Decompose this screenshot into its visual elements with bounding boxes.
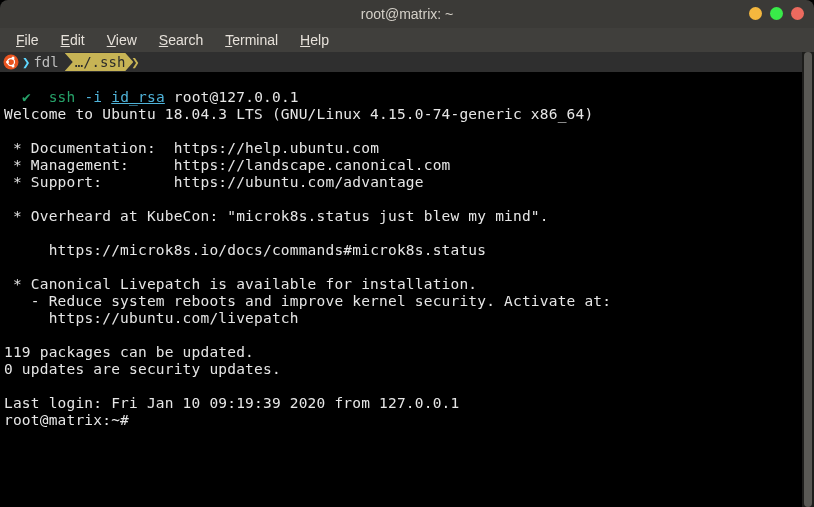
microk8s-url: https://microk8s.io/docs/commands#microk… — [49, 242, 487, 258]
maximize-button[interactable] — [770, 7, 783, 20]
menubar: File Edit View Search Terminal Help — [0, 28, 814, 52]
shell-prompt[interactable]: root@matrix:~# — [4, 412, 129, 428]
ssh-cmd: ssh — [49, 89, 76, 105]
ssh-command-line: ✔ ssh -i id_rsa root@127.0.0.1 — [4, 89, 299, 105]
check-icon: ✔ — [22, 89, 31, 105]
motd-microk8s-line: https://microk8s.io/docs/commands#microk… — [4, 242, 486, 258]
menu-view[interactable]: View — [97, 30, 147, 50]
ssh-keyfile: id_rsa — [111, 89, 165, 105]
menu-edit[interactable]: Edit — [51, 30, 95, 50]
motd-livepatch-desc: - Reduce system reboots and improve kern… — [4, 293, 611, 309]
prompt-arrow-icon: ❯ — [22, 54, 30, 70]
scrollbar-thumb[interactable] — [804, 52, 812, 507]
close-button[interactable] — [791, 7, 804, 20]
prompt-path-chip: …/.ssh — [65, 53, 134, 71]
doc-url: https://help.ubuntu.com — [174, 140, 379, 156]
motd-doc-line: * Documentation: https://help.ubuntu.com — [4, 140, 379, 156]
ssh-flag: -i — [84, 89, 102, 105]
motd-support-line: * Support: https://ubuntu.com/advantage — [4, 174, 424, 190]
menu-terminal[interactable]: Terminal — [215, 30, 288, 50]
motd-pkg-updates: 119 packages can be updated. — [4, 344, 254, 360]
motd-kubecon: * Overheard at KubeCon: "microk8s.status… — [4, 208, 549, 224]
mgmt-url: https://landscape.canonical.com — [174, 157, 451, 173]
menu-help[interactable]: Help — [290, 30, 339, 50]
motd-welcome: Welcome to Ubuntu 18.04.3 LTS (GNU/Linux… — [4, 106, 593, 122]
minimize-button[interactable] — [749, 7, 762, 20]
prompt-line: ❯ fdl …/.ssh ❯ — [0, 52, 814, 72]
livepatch-url: https://ubuntu.com/livepatch — [49, 310, 299, 326]
motd-livepatch-url-line: https://ubuntu.com/livepatch — [4, 310, 299, 326]
terminal-output[interactable]: ✔ ssh -i id_rsa root@127.0.0.1 Welcome t… — [0, 72, 814, 446]
motd-sec-updates: 0 updates are security updates. — [4, 361, 281, 377]
prompt-command: fdl — [33, 54, 58, 70]
motd-livepatch-title: * Canonical Livepatch is available for i… — [4, 276, 477, 292]
support-url: https://ubuntu.com/advantage — [174, 174, 424, 190]
window-controls — [749, 7, 804, 20]
terminal-window: root@matrix: ~ File Edit View Search Ter… — [0, 0, 814, 507]
titlebar[interactable]: root@matrix: ~ — [0, 0, 814, 28]
menu-search[interactable]: Search — [149, 30, 213, 50]
window-title: root@matrix: ~ — [361, 6, 453, 22]
ssh-target: root@127.0.0.1 — [174, 89, 299, 105]
scrollbar[interactable] — [802, 52, 814, 507]
motd-last-login: Last login: Fri Jan 10 09:19:39 2020 fro… — [4, 395, 459, 411]
svg-point-0 — [4, 55, 19, 70]
ubuntu-logo-icon — [2, 53, 20, 71]
motd-mgmt-line: * Management: https://landscape.canonica… — [4, 157, 451, 173]
menu-file[interactable]: File — [6, 30, 49, 50]
